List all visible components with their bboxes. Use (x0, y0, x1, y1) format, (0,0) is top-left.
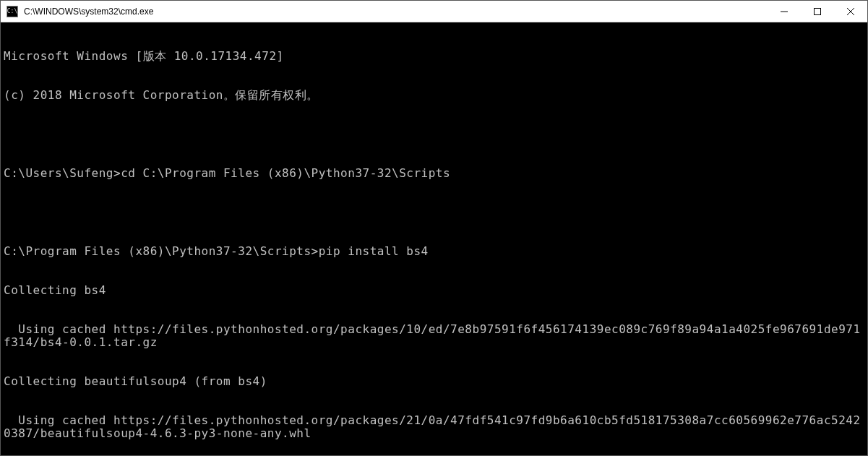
version-line: Microsoft Windows [版本 10.0.17134.472] (4, 50, 864, 63)
app-icon-text: C:\ (7, 8, 17, 14)
output-line: Using cached https://files.pythonhosted.… (4, 414, 864, 440)
window-title: C:\WINDOWS\system32\cmd.exe (24, 7, 768, 17)
output-line: Collecting beautifulsoup4 (from bs4) (4, 375, 864, 388)
terminal-area[interactable]: Microsoft Windows [版本 10.0.17134.472] (c… (1, 22, 867, 455)
command-line-2: C:\Program Files (x86)\Python37-32\Scrip… (4, 245, 864, 258)
prompt-2: C:\Program Files (x86)\Python37-32\Scrip… (4, 244, 319, 258)
svg-rect-1 (815, 8, 821, 14)
app-icon: C:\ (7, 6, 18, 17)
copyright-line: (c) 2018 Microsoft Corporation。保留所有权利。 (4, 89, 864, 102)
maximize-icon (814, 8, 821, 15)
output-line: Collecting bs4 (4, 284, 864, 297)
cmd-window: C:\ C:\WINDOWS\system32\cmd.exe Microsof… (0, 0, 868, 456)
close-icon (847, 8, 854, 15)
output-line: Using cached https://files.pythonhosted.… (4, 323, 864, 349)
minimize-icon (781, 8, 788, 15)
cmd-1: cd C:\Program Files (x86)\Python37-32\Sc… (121, 166, 450, 180)
titlebar[interactable]: C:\ C:\WINDOWS\system32\cmd.exe (1, 1, 867, 22)
cmd-2: pip install bs4 (319, 244, 429, 258)
blank-line (4, 206, 864, 219)
minimize-button[interactable] (768, 1, 801, 22)
maximize-button[interactable] (801, 1, 834, 22)
prompt-1: C:\Users\Sufeng> (4, 166, 121, 180)
blank-line (4, 128, 864, 141)
titlebar-buttons (768, 1, 867, 22)
command-line-1: C:\Users\Sufeng>cd C:\Program Files (x86… (4, 167, 864, 180)
close-button[interactable] (834, 1, 867, 22)
